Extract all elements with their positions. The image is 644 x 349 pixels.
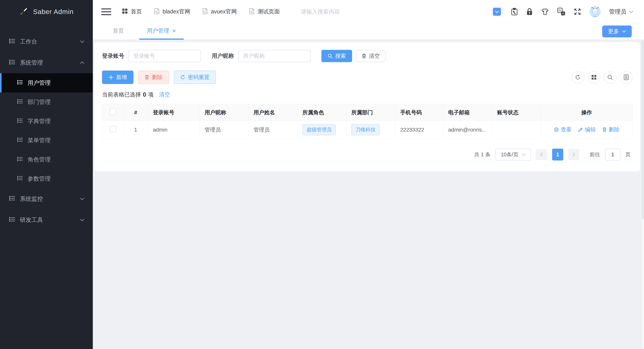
search-button[interactable]: 搜索 [322,50,352,62]
tab-user-management[interactable]: 用户管理 [139,23,184,40]
list-icon [9,38,15,46]
topnav-home[interactable]: 首页 [122,8,142,16]
tabbar: 首页 用户管理 更多 [93,24,644,40]
sidebar-item-menu-management[interactable]: 菜单管理 [0,131,93,150]
sidebar-item-devtools[interactable]: 研发工具 [0,210,93,230]
top-menu-toggle-button[interactable] [491,6,502,17]
topnav-testpage[interactable]: 测试页面 [249,8,280,16]
select-all-checkbox[interactable] [110,108,116,115]
nickname-input[interactable] [238,50,311,62]
sidebar-item-user-management[interactable]: 用户管理 [0,73,93,92]
edit-row-button[interactable]: 编辑 [578,126,596,133]
cell-nickname: 管理员 [200,121,248,139]
svg-text:A: A [562,12,564,15]
goto-page-input[interactable] [605,148,620,160]
more-tabs-button[interactable]: 更多 [602,26,632,38]
sidebar-item-workbench[interactable]: 工作台 [0,31,93,52]
chevron-down-icon [629,10,633,13]
add-button-label: 新增 [116,74,127,81]
topbar: 首页 bladex官网 avuex官网 [93,0,644,24]
column-display-button[interactable] [588,71,600,84]
prev-page-button[interactable] [536,149,547,160]
cell-phone: 22233322 [395,121,443,139]
user-menu[interactable]: 管理员 [609,8,633,16]
crud-toolbar: 新增 删除 密码重置 [102,70,632,84]
list-icon [17,80,23,86]
clear-filters-button[interactable]: 清空 [356,50,386,62]
cell-name: 管理员 [248,121,298,139]
main-area: 首页 bladex官网 avuex官网 [93,0,644,349]
column-header-account: 登录账号 [148,104,200,121]
saber-sword-icon [19,6,29,18]
row-actions: 查看 编辑 删除 [554,126,620,133]
view-row-button[interactable]: 查看 [554,126,572,133]
next-page-button[interactable] [568,149,579,160]
column-header-nickname: 用户昵称 [200,104,248,121]
grid-icon [122,8,128,15]
trash-icon [362,54,366,58]
sidebar-item-dict-management[interactable]: 字典管理 [0,112,93,131]
scrollbar-thumb[interactable] [642,40,644,219]
delete-label: 删除 [609,126,620,133]
svg-text:中: 中 [558,9,562,12]
view-label: 查看 [561,126,572,133]
tab-home[interactable]: 首页 [105,23,132,40]
sidebar-item-system[interactable]: 系统管理 [0,52,93,73]
sidebar-item-role-management[interactable]: 角色管理 [0,150,93,169]
nickname-label: 用户昵称 [212,52,234,60]
topnav-label: 首页 [131,8,142,16]
list-icon [17,137,23,144]
lock-icon[interactable] [526,8,533,16]
reset-password-label: 密码重置 [188,74,210,81]
column-header-index: # [124,104,148,121]
selection-text-after: 项 [148,91,154,98]
close-icon[interactable] [172,29,176,33]
account-input[interactable] [128,50,201,62]
sidebar-menu: 工作台 系统管理 用户管理 [0,24,93,230]
sidebar-item-dept-management[interactable]: 部门管理 [0,92,93,112]
table-header-row: # 登录账号 用户昵称 用户姓名 所属角色 所属部门 手机号码 电子邮箱 账号状… [102,104,632,121]
topnav-bladex[interactable]: bladex官网 [154,8,190,16]
reset-password-button[interactable]: 密码重置 [174,70,216,84]
list-icon [17,118,23,125]
sidebar-item-monitor[interactable]: 系统监控 [0,188,93,210]
column-header-dept: 所属部门 [346,104,395,121]
delete-button[interactable]: 删除 [138,70,169,84]
filter-form: 登录账号 用户昵称 搜索 清空 [102,50,632,62]
list-icon [17,98,23,106]
debug-clipboard-icon[interactable] [511,8,518,16]
row-checkbox[interactable] [110,126,116,132]
clear-selection-link[interactable]: 清空 [159,91,170,98]
sidebar-item-param-management[interactable]: 参数管理 [0,169,93,188]
role-tag: 超级管理员 [302,124,336,136]
fullscreen-icon[interactable] [574,8,581,15]
sidebar-item-label: 用户管理 [28,79,51,87]
column-menu-button[interactable] [620,71,632,84]
topnav-avuex[interactable]: avuex官网 [202,8,237,16]
selection-count: 0 [143,91,146,98]
page-number-current[interactable]: 1 [552,148,563,160]
global-search-input[interactable] [301,9,382,15]
sidebar-item-label: 系统监控 [20,195,75,203]
scrollbar[interactable] [641,40,644,349]
delete-row-button[interactable]: 删除 [602,126,620,133]
chevron-down-icon [80,198,84,200]
grid-tools [572,71,632,84]
chevron-right-icon [572,152,575,157]
column-header-actions: 操作 [541,104,632,121]
chevron-down-icon [80,218,84,221]
user-avatar[interactable] [590,6,601,17]
language-translate-icon[interactable]: 中 A [557,8,565,16]
sidebar-item-label: 工作台 [20,38,75,46]
theme-tshirt-icon[interactable] [541,8,549,15]
hamburger-menu-icon[interactable] [101,8,111,15]
refresh-table-button[interactable] [572,71,584,84]
add-button[interactable]: 新增 [102,70,134,84]
content-area: 登录账号 用户昵称 搜索 清空 新增 [93,40,644,349]
sidebar-item-label: 角色管理 [28,156,51,164]
list-icon [17,156,23,163]
toggle-search-button[interactable] [604,71,616,84]
page-size-select[interactable]: 10条/页 [495,148,531,160]
search-button-label: 搜索 [335,52,346,60]
delete-button-label: 删除 [152,74,163,81]
